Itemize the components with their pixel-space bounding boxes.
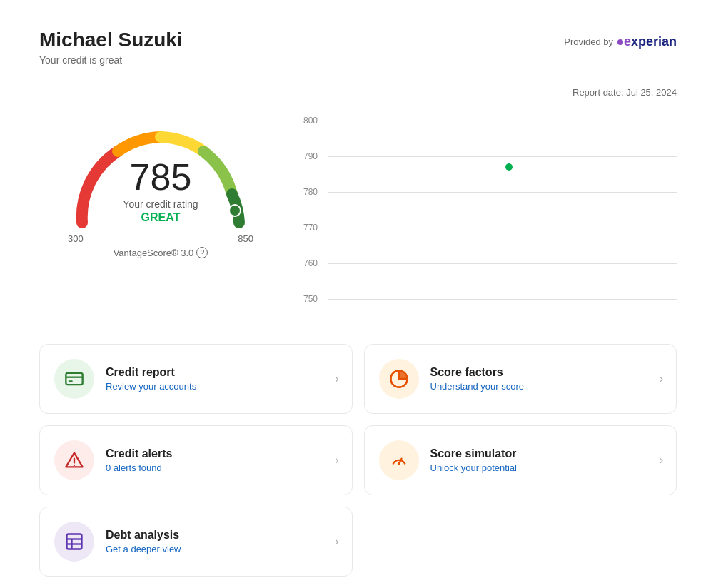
svg-point-5	[74, 465, 75, 466]
user-subtitle: Your credit is great	[39, 54, 183, 66]
pie-chart-icon	[389, 369, 409, 389]
gauge-wrapper: 785 Your credit rating GREAT	[61, 108, 261, 237]
chart-line-780: 780	[303, 187, 677, 197]
chart-line-770: 770	[303, 223, 677, 233]
debt-analysis-text: Debt analysis Get a deeper view	[106, 529, 181, 554]
credit-report-text: Credit report Review your accounts	[106, 366, 196, 392]
score-label: Your credit rating	[123, 198, 198, 210]
score-simulator-text: Score simulator Unlock your potential	[430, 447, 517, 473]
experian-text2: xperian	[631, 34, 677, 49]
experian-text: e	[624, 34, 631, 49]
credit-alerts-arrow: ›	[335, 454, 338, 467]
score-factors-icon-wrap	[379, 359, 419, 399]
credit-alerts-text: Credit alerts 0 alerts found	[106, 447, 172, 473]
debt-analysis-card[interactable]: Debt analysis Get a deeper view ›	[39, 507, 353, 577]
debt-analysis-arrow: ›	[335, 535, 338, 548]
svg-rect-2	[69, 380, 73, 382]
gauge-needle-dot	[229, 205, 241, 216]
credit-report-card[interactable]: Credit report Review your accounts ›	[39, 344, 353, 414]
score-rating: GREAT	[123, 211, 198, 224]
gauge-container: 785 Your credit rating GREAT 300 850 Van…	[39, 108, 282, 315]
debt-analysis-icon-wrap	[54, 522, 94, 562]
gauge-score: 785 Your credit rating GREAT	[123, 158, 198, 224]
chart-container: 800 790 780 770	[303, 108, 677, 315]
svg-point-7	[398, 462, 400, 465]
score-simulator-icon-wrap	[379, 440, 419, 480]
chart-inner: 800 790 780 770	[303, 116, 677, 315]
page-header: Michael Suzuki Your credit is great Prov…	[39, 29, 677, 66]
score-simulator-arrow: ›	[660, 454, 663, 467]
chart-data-dot	[505, 163, 513, 171]
score-factors-arrow: ›	[660, 372, 663, 385]
chart-line-800: 800	[303, 116, 677, 126]
gauge-icon	[389, 450, 409, 470]
svg-rect-0	[66, 373, 82, 385]
score-simulator-card[interactable]: Score simulator Unlock your potential ›	[364, 425, 677, 495]
user-info: Michael Suzuki Your credit is great	[39, 29, 183, 66]
credit-report-icon-wrap	[54, 359, 94, 399]
main-section: 785 Your credit rating GREAT 300 850 Van…	[39, 108, 677, 315]
credit-alerts-icon-wrap	[54, 440, 94, 480]
svg-rect-8	[67, 534, 82, 549]
table-icon	[64, 532, 84, 552]
user-name: Michael Suzuki	[39, 29, 183, 51]
experian-logo: Provided by experian	[564, 34, 677, 49]
experian-brand: experian	[617, 34, 677, 49]
chart-line-750: 750	[303, 294, 677, 304]
score-number: 785	[123, 158, 198, 196]
report-date: Report date: Jul 25, 2024	[39, 87, 677, 98]
experian-dot-icon	[617, 39, 623, 45]
cards-grid: Credit report Review your accounts › Sco…	[39, 344, 677, 577]
credit-card-icon	[64, 369, 84, 389]
chart-line-790: 790	[303, 151, 677, 161]
alert-triangle-icon	[64, 450, 84, 470]
score-factors-card[interactable]: Score factors Understand your score ›	[364, 344, 677, 414]
chart-line-760: 760	[303, 258, 677, 268]
credit-report-arrow: ›	[335, 372, 338, 385]
score-factors-text: Score factors Understand your score	[430, 366, 525, 392]
credit-alerts-card[interactable]: Credit alerts 0 alerts found ›	[39, 425, 353, 495]
provided-by-label: Provided by	[564, 36, 613, 47]
